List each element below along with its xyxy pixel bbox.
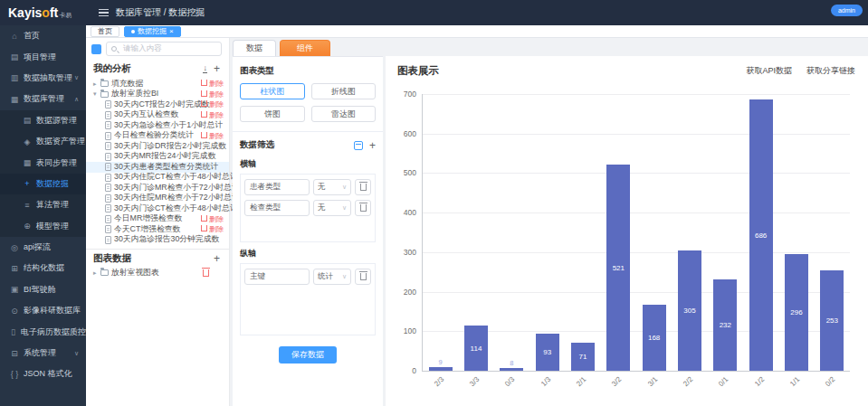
chart-type-button[interactable]: 雷达图 xyxy=(311,106,377,122)
remove-field-button[interactable] xyxy=(355,179,371,195)
tree-item-label: 30天内住院MR检查小于72小时总计 xyxy=(114,193,240,203)
delete-link[interactable]: 删除 xyxy=(201,99,224,109)
database-icon: ▦ xyxy=(9,95,20,104)
chart-action-link[interactable]: 获取分享链接 xyxy=(806,65,855,77)
window-tabbar: 首页数据挖掘× xyxy=(86,25,868,38)
tree-item-label: 30天内MR报告24小时完成数 xyxy=(114,151,215,162)
delete-link[interactable]: 删除 xyxy=(201,214,224,224)
sidebar-item[interactable]: ⊞结构化数据 xyxy=(0,258,86,279)
aggregate-select[interactable]: 无∨ xyxy=(313,179,351,195)
y-axis-tick-label: 300 xyxy=(391,248,416,257)
tree-item[interactable]: 30天内互认检查数删除 xyxy=(86,110,229,121)
app-logo[interactable]: Kayisoft卡易 xyxy=(0,5,86,21)
delete-link[interactable]: 删除 xyxy=(201,79,224,89)
field-name-input[interactable]: 主键 xyxy=(244,269,310,285)
tree-item[interactable]: 今日检查检验分类统计删除 xyxy=(86,131,229,142)
delete-link[interactable]: 删除 xyxy=(201,90,224,99)
tree-item[interactable]: 30天内MR报告24小时完成数 xyxy=(86,152,229,163)
chart-action-link[interactable]: 获取API数据 xyxy=(746,65,792,77)
sidebar-item[interactable]: ▣BI驾驶舱 xyxy=(0,279,86,300)
sidebar-item[interactable]: ◎api探流 xyxy=(0,237,86,258)
document-icon xyxy=(105,194,111,203)
structured-icon: ⊞ xyxy=(9,264,20,273)
caret-right-icon[interactable]: ▸ xyxy=(93,269,99,277)
tree-item[interactable]: 30天内患者类型检查分类统计 xyxy=(86,162,229,173)
export-icon[interactable]: ↓ xyxy=(203,64,207,73)
remove-field-button[interactable] xyxy=(355,200,371,216)
delete-link[interactable]: 删除 xyxy=(201,110,224,120)
sidebar-item[interactable]: +数据挖掘 xyxy=(0,174,86,194)
document-icon xyxy=(105,215,111,223)
sidebar-item[interactable]: ⊕模型管理 xyxy=(0,216,86,237)
search-input[interactable]: 请输入内容 xyxy=(106,42,222,56)
tree-item[interactable]: 今天CT增强检查数删除 xyxy=(86,224,229,235)
sidebar-item[interactable]: ▯电子病历数据质控 xyxy=(0,321,86,342)
delete-link[interactable]: 删除 xyxy=(201,131,224,141)
tree-item[interactable]: 30天内门诊CT检查小于48小时总计 xyxy=(86,203,229,214)
sidebar-item[interactable]: ▥数据抽取管理∨ xyxy=(0,68,86,89)
aggregate-select[interactable]: 无∨ xyxy=(313,200,351,216)
chart-type-button[interactable]: 折线图 xyxy=(311,83,377,99)
sidebar-item[interactable]: ⌂首页 xyxy=(0,25,86,46)
aggregate-select[interactable]: 统计∨ xyxy=(313,269,351,285)
save-data-button[interactable]: 保存数据 xyxy=(279,346,337,364)
sidebar: ⌂首页▤项目管理▥数据抽取管理∨▦数据库管理∧▤数据源管理◈数据资产管理▦表同步… xyxy=(0,25,86,406)
tree-item[interactable]: 30天内急诊检查小于1小时总计 xyxy=(86,120,229,131)
sidebar-item[interactable]: ⊙影像科研数据库 xyxy=(0,300,86,321)
add-filter-icon[interactable]: + xyxy=(369,140,376,151)
tree-item[interactable]: 30天内门诊DR报告2小时完成数 xyxy=(86,141,229,152)
field-name-input[interactable]: 检查类型 xyxy=(244,200,310,216)
sidebar-item-label: 模型管理 xyxy=(36,221,69,232)
sidebar-item[interactable]: ▦表同步管理 xyxy=(0,152,86,173)
config-tab-数据[interactable]: 数据 xyxy=(233,40,276,56)
x-axis-tick-label: 1/3 xyxy=(523,375,552,404)
y-axis-tick-label: 500 xyxy=(391,168,416,177)
tree-item[interactable]: 30天内住院MR检查小于72小时总计 xyxy=(86,194,229,204)
add-chart-data-icon[interactable]: + xyxy=(214,253,220,264)
sidebar-item-label: JSON 格式化 xyxy=(24,368,72,380)
tree-item[interactable]: 30天内急诊报告30分钟完成数 xyxy=(86,235,229,246)
sidebar-item[interactable]: ⊟系统管理∨ xyxy=(0,343,86,364)
sidebar-item[interactable]: ▦数据库管理∧ xyxy=(0,89,86,109)
logo-suffix: 卡易 xyxy=(59,12,72,18)
sidebar-item[interactable]: ▤项目管理 xyxy=(0,46,86,67)
caret-right-icon[interactable]: ▸ xyxy=(93,80,99,88)
sidebar-item[interactable]: ◈数据资产管理 xyxy=(0,131,86,152)
panel-action-button[interactable] xyxy=(91,44,101,54)
sidebar-item[interactable]: { }JSON 格式化 xyxy=(0,364,86,384)
trash-icon xyxy=(360,184,367,191)
close-tab-icon[interactable]: × xyxy=(169,28,174,35)
sidebar-item[interactable]: ▤数据源管理 xyxy=(0,110,86,131)
sidebar-item[interactable]: ≡算法管理 xyxy=(0,194,86,215)
document-icon xyxy=(105,225,111,233)
tree-item[interactable]: ▾放射室质控BI删除 xyxy=(86,90,229,100)
delete-icon[interactable] xyxy=(203,269,209,277)
tree-item[interactable]: 30天内CT报告2小时完成数删除 xyxy=(86,99,229,110)
tree-item[interactable]: 30天内住院CT检查小于48小时总计 xyxy=(86,173,229,184)
tree-item[interactable]: ▸填充数据删除 xyxy=(86,79,229,90)
tree-item[interactable]: 30天内门诊MR检查小于72小时总计 xyxy=(86,183,229,194)
sidebar-item-label: 首页 xyxy=(24,30,40,42)
config-tab-组件[interactable]: 组件 xyxy=(280,40,330,56)
bar-value-label: 686 xyxy=(755,231,767,240)
save-filter-icon[interactable] xyxy=(354,141,363,150)
bar-value-label: 232 xyxy=(720,321,731,329)
caret-down-icon[interactable]: ▾ xyxy=(93,90,99,98)
delete-link[interactable]: 删除 xyxy=(201,224,224,234)
add-analysis-icon[interactable]: + xyxy=(214,63,220,74)
window-tab[interactable]: 首页 xyxy=(91,26,119,37)
sidebar-item-label: 数据源管理 xyxy=(36,115,77,127)
chart-type-button[interactable]: 柱状图 xyxy=(240,83,305,99)
collapse-menu-icon[interactable] xyxy=(99,9,109,17)
chart-type-button[interactable]: 饼图 xyxy=(240,106,305,122)
window-tab[interactable]: 数据挖掘× xyxy=(124,26,181,37)
user-badge[interactable]: admin xyxy=(831,5,863,16)
x-axis-tick-label: 3/3 xyxy=(453,375,482,404)
chart-data-item[interactable]: ▸放射室视图表 xyxy=(86,267,229,279)
search-row: 请输入内容 xyxy=(86,38,229,60)
remove-field-button[interactable] xyxy=(355,269,371,285)
field-name-input[interactable]: 患者类型 xyxy=(244,179,310,195)
document-icon xyxy=(105,184,111,192)
y-axis-section-label: 纵轴 xyxy=(240,248,376,260)
tree-item[interactable]: 今日MR增强检查数删除 xyxy=(86,214,229,225)
